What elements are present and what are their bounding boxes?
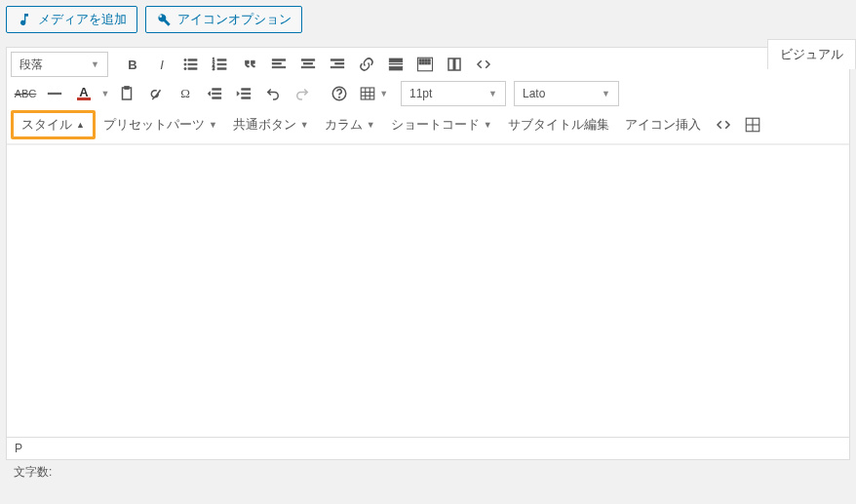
fullscreen-button[interactable] <box>440 52 469 77</box>
svg-rect-21 <box>389 58 403 62</box>
svg-rect-17 <box>301 66 315 68</box>
svg-rect-7 <box>217 59 226 61</box>
svg-rect-13 <box>272 63 281 65</box>
help-button[interactable] <box>325 81 354 106</box>
font-family-select[interactable]: Lato▼ <box>514 81 619 106</box>
svg-rect-23 <box>389 66 403 70</box>
text-color-button[interactable]: A <box>69 81 98 106</box>
code-inline-button[interactable] <box>709 112 738 137</box>
svg-rect-40 <box>213 97 221 99</box>
text-color-dropdown-button[interactable]: ▼ <box>98 81 112 106</box>
svg-rect-29 <box>419 62 421 64</box>
svg-point-45 <box>338 97 340 98</box>
svg-rect-16 <box>304 63 313 65</box>
caret-down-icon: ▼ <box>367 120 375 130</box>
font-size-select[interactable]: 11pt▼ <box>401 81 506 106</box>
icon-insert-button[interactable]: アイコン挿入 <box>617 111 709 138</box>
editor-container: 段落 ▼ B I 123 ABC A <box>6 47 850 460</box>
svg-rect-14 <box>272 66 286 68</box>
dropdown-caret-icon: ▼ <box>488 89 497 98</box>
hr-button[interactable] <box>40 81 69 106</box>
svg-rect-5 <box>188 68 197 70</box>
svg-rect-41 <box>242 89 251 91</box>
grid-button[interactable] <box>738 112 767 137</box>
svg-rect-15 <box>301 59 315 61</box>
svg-text:3: 3 <box>213 66 215 71</box>
svg-rect-27 <box>425 59 427 61</box>
indent-button[interactable] <box>229 81 258 106</box>
column-dropdown[interactable]: カラム▼ <box>317 111 383 138</box>
add-media-label: メディアを追加 <box>38 11 127 28</box>
svg-rect-19 <box>335 63 344 65</box>
svg-rect-25 <box>419 59 421 61</box>
preset-parts-dropdown[interactable]: プリセットパーツ▼ <box>96 111 225 138</box>
music-note-icon <box>17 12 32 27</box>
svg-point-2 <box>184 63 186 65</box>
svg-rect-12 <box>272 59 286 61</box>
ul-button[interactable] <box>176 52 206 77</box>
svg-rect-37 <box>125 87 130 90</box>
svg-rect-20 <box>331 66 344 68</box>
svg-rect-3 <box>188 63 197 65</box>
svg-rect-43 <box>242 97 251 99</box>
dropdown-caret-icon: ▼ <box>91 59 99 69</box>
svg-rect-32 <box>428 62 430 64</box>
align-right-button[interactable] <box>323 52 352 77</box>
dropdown-caret-icon: ▼ <box>602 89 610 98</box>
svg-rect-18 <box>331 59 344 61</box>
caret-down-icon: ▼ <box>209 120 217 130</box>
caret-up-icon: ▲ <box>76 120 85 130</box>
align-center-button[interactable] <box>293 52 323 77</box>
style-dropdown[interactable]: スタイル ▲ <box>11 110 96 139</box>
charcount-label: 文字数: <box>6 460 850 485</box>
italic-button[interactable]: I <box>147 52 176 77</box>
caret-down-icon: ▼ <box>300 120 309 130</box>
toolbar-toggle-button[interactable] <box>410 52 440 77</box>
svg-rect-46 <box>361 88 374 99</box>
svg-point-0 <box>184 58 186 60</box>
svg-rect-26 <box>422 59 424 61</box>
paste-text-button[interactable] <box>112 81 141 106</box>
readmore-button[interactable] <box>381 52 410 77</box>
undo-button[interactable] <box>258 81 288 106</box>
clear-formatting-button[interactable] <box>141 81 171 106</box>
svg-rect-11 <box>217 68 226 70</box>
ol-button[interactable]: 123 <box>206 52 235 77</box>
outdent-button[interactable] <box>200 81 229 106</box>
align-left-button[interactable] <box>264 52 293 77</box>
code-button[interactable] <box>469 52 498 77</box>
svg-rect-30 <box>422 62 424 64</box>
svg-rect-39 <box>213 93 221 95</box>
blockquote-button[interactable] <box>235 52 264 77</box>
special-char-button[interactable]: Ω <box>171 81 200 106</box>
wrench-icon <box>156 12 172 27</box>
common-button-dropdown[interactable]: 共通ボタン▼ <box>225 111 317 138</box>
svg-rect-35 <box>48 93 61 95</box>
svg-rect-9 <box>217 63 226 65</box>
format-select[interactable]: 段落 ▼ <box>11 52 108 77</box>
svg-rect-38 <box>213 89 221 91</box>
bold-button[interactable]: B <box>118 52 147 77</box>
editor-content[interactable] <box>7 144 849 437</box>
svg-point-4 <box>184 67 186 69</box>
svg-rect-31 <box>425 62 427 64</box>
table-button[interactable]: ▼ <box>354 81 393 106</box>
status-path: P <box>7 437 849 459</box>
svg-rect-33 <box>448 58 453 70</box>
shortcode-dropdown[interactable]: ショートコード▼ <box>383 111 500 138</box>
svg-rect-42 <box>242 93 251 95</box>
svg-rect-1 <box>188 59 197 61</box>
tab-visual[interactable]: ビジュアル <box>767 39 856 69</box>
icon-options-button[interactable]: アイコンオプション <box>145 6 302 33</box>
strikethrough-button[interactable]: ABC <box>11 81 40 106</box>
caret-down-icon: ▼ <box>484 120 492 130</box>
svg-rect-28 <box>428 59 430 61</box>
link-button[interactable] <box>352 52 381 77</box>
svg-rect-22 <box>389 63 403 64</box>
icon-options-label: アイコンオプション <box>177 11 292 28</box>
redo-button[interactable] <box>288 81 317 106</box>
svg-rect-34 <box>455 58 460 70</box>
editor-toolbar: 段落 ▼ B I 123 ABC A <box>7 48 849 144</box>
add-media-button[interactable]: メディアを追加 <box>6 6 137 33</box>
subtitle-edit-button[interactable]: サブタイトル編集 <box>500 111 617 138</box>
